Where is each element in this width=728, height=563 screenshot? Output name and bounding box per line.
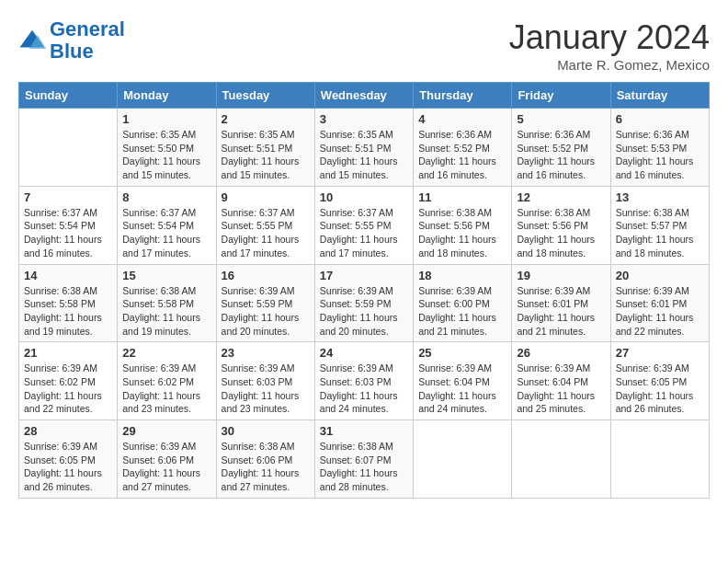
weekday-header-cell: Friday [512, 83, 610, 109]
day-info: Sunrise: 6:39 AM Sunset: 6:02 PM Dayligh… [122, 362, 210, 416]
day-number: 12 [517, 190, 605, 204]
calendar-week-row: 14Sunrise: 6:38 AM Sunset: 5:58 PM Dayli… [19, 264, 710, 342]
calendar-day-cell: 8Sunrise: 6:37 AM Sunset: 5:54 PM Daylig… [118, 186, 216, 264]
day-number: 3 [320, 112, 408, 126]
calendar-day-cell: 23Sunrise: 6:39 AM Sunset: 6:03 PM Dayli… [216, 342, 314, 420]
day-info: Sunrise: 6:35 AM Sunset: 5:51 PM Dayligh… [320, 128, 408, 182]
day-info: Sunrise: 6:38 AM Sunset: 6:06 PM Dayligh… [222, 440, 310, 494]
calendar-day-cell: 10Sunrise: 6:37 AM Sunset: 5:55 PM Dayli… [314, 186, 413, 264]
day-number: 7 [24, 190, 112, 204]
calendar-day-cell: 9Sunrise: 6:37 AM Sunset: 5:55 PM Daylig… [216, 186, 314, 264]
day-number: 22 [122, 346, 210, 360]
calendar-table: SundayMondayTuesdayWednesdayThursdayFrid… [18, 82, 710, 499]
calendar-day-cell: 15Sunrise: 6:38 AM Sunset: 5:58 PM Dayli… [118, 264, 216, 342]
calendar-day-cell: 22Sunrise: 6:39 AM Sunset: 6:02 PM Dayli… [118, 342, 216, 420]
logo-line1: General [50, 17, 125, 40]
day-number: 1 [122, 112, 210, 126]
day-number: 20 [616, 269, 704, 282]
day-info: Sunrise: 6:39 AM Sunset: 6:03 PM Dayligh… [320, 362, 408, 416]
day-info: Sunrise: 6:39 AM Sunset: 6:02 PM Dayligh… [24, 362, 112, 416]
day-number: 26 [517, 346, 605, 360]
calendar-day-cell: 27Sunrise: 6:39 AM Sunset: 6:05 PM Dayli… [610, 342, 709, 420]
day-info: Sunrise: 6:39 AM Sunset: 6:01 PM Dayligh… [517, 284, 605, 339]
day-info: Sunrise: 6:38 AM Sunset: 5:57 PM Dayligh… [616, 206, 704, 260]
day-number: 27 [616, 346, 704, 360]
calendar-day-cell: 21Sunrise: 6:39 AM Sunset: 6:02 PM Dayli… [19, 342, 118, 420]
day-number: 28 [24, 424, 112, 438]
day-number: 31 [320, 424, 408, 438]
calendar-week-row: 21Sunrise: 6:39 AM Sunset: 6:02 PM Dayli… [19, 342, 710, 420]
day-info: Sunrise: 6:36 AM Sunset: 5:52 PM Dayligh… [517, 128, 605, 182]
day-info: Sunrise: 6:38 AM Sunset: 5:58 PM Dayligh… [24, 284, 112, 339]
title-block: January 2024 Marte R. Gomez, Mexico [509, 18, 710, 73]
calendar-day-cell: 16Sunrise: 6:39 AM Sunset: 5:59 PM Dayli… [216, 264, 314, 342]
month-title: January 2024 [509, 18, 710, 57]
calendar-week-row: 7Sunrise: 6:37 AM Sunset: 5:54 PM Daylig… [19, 186, 710, 264]
calendar-day-cell [414, 420, 512, 499]
calendar-week-row: 28Sunrise: 6:39 AM Sunset: 6:05 PM Dayli… [19, 420, 710, 499]
logo: General Blue [18, 18, 125, 63]
calendar-day-cell: 1Sunrise: 6:35 AM Sunset: 5:50 PM Daylig… [118, 109, 216, 187]
day-number: 29 [122, 424, 210, 438]
calendar-day-cell: 6Sunrise: 6:36 AM Sunset: 5:53 PM Daylig… [610, 109, 709, 187]
day-number: 9 [222, 190, 310, 204]
weekday-header-cell: Thursday [414, 83, 512, 109]
calendar-day-cell: 5Sunrise: 6:36 AM Sunset: 5:52 PM Daylig… [512, 109, 610, 187]
calendar-day-cell [512, 420, 610, 499]
location: Marte R. Gomez, Mexico [509, 57, 710, 73]
calendar-day-cell: 3Sunrise: 6:35 AM Sunset: 5:51 PM Daylig… [314, 109, 413, 187]
day-info: Sunrise: 6:39 AM Sunset: 5:59 PM Dayligh… [320, 284, 408, 339]
calendar-day-cell [19, 109, 118, 187]
day-info: Sunrise: 6:35 AM Sunset: 5:50 PM Dayligh… [122, 128, 210, 182]
day-number: 8 [122, 190, 210, 204]
page-header: General Blue January 2024 Marte R. Gomez… [18, 18, 710, 73]
calendar-day-cell: 25Sunrise: 6:39 AM Sunset: 6:04 PM Dayli… [414, 342, 512, 420]
day-info: Sunrise: 6:38 AM Sunset: 5:58 PM Dayligh… [122, 284, 210, 339]
day-number: 10 [320, 190, 408, 204]
weekday-header-cell: Wednesday [314, 83, 413, 109]
day-info: Sunrise: 6:35 AM Sunset: 5:51 PM Dayligh… [222, 128, 310, 182]
calendar-day-cell: 20Sunrise: 6:39 AM Sunset: 6:01 PM Dayli… [610, 264, 709, 342]
logo-icon [18, 27, 46, 54]
day-number: 13 [616, 190, 704, 204]
weekday-header-row: SundayMondayTuesdayWednesdayThursdayFrid… [19, 83, 710, 109]
day-number: 11 [418, 190, 506, 204]
day-info: Sunrise: 6:37 AM Sunset: 5:55 PM Dayligh… [222, 206, 310, 260]
day-number: 4 [418, 112, 506, 126]
calendar-day-cell [610, 420, 709, 499]
calendar-day-cell: 30Sunrise: 6:38 AM Sunset: 6:06 PM Dayli… [216, 420, 314, 499]
calendar-day-cell: 12Sunrise: 6:38 AM Sunset: 5:56 PM Dayli… [512, 186, 610, 264]
day-info: Sunrise: 6:39 AM Sunset: 6:06 PM Dayligh… [122, 440, 210, 494]
calendar-day-cell: 17Sunrise: 6:39 AM Sunset: 5:59 PM Dayli… [314, 264, 413, 342]
day-info: Sunrise: 6:37 AM Sunset: 5:54 PM Dayligh… [122, 206, 210, 260]
day-info: Sunrise: 6:39 AM Sunset: 6:00 PM Dayligh… [418, 284, 506, 339]
day-info: Sunrise: 6:37 AM Sunset: 5:55 PM Dayligh… [320, 206, 408, 260]
calendar-day-cell: 4Sunrise: 6:36 AM Sunset: 5:52 PM Daylig… [414, 109, 512, 187]
weekday-header-cell: Tuesday [216, 83, 314, 109]
calendar-day-cell: 14Sunrise: 6:38 AM Sunset: 5:58 PM Dayli… [19, 264, 118, 342]
calendar-day-cell: 18Sunrise: 6:39 AM Sunset: 6:00 PM Dayli… [414, 264, 512, 342]
day-info: Sunrise: 6:38 AM Sunset: 5:56 PM Dayligh… [517, 206, 605, 260]
calendar-day-cell: 29Sunrise: 6:39 AM Sunset: 6:06 PM Dayli… [118, 420, 216, 499]
day-number: 21 [24, 346, 112, 360]
day-number: 30 [222, 424, 310, 438]
day-number: 6 [616, 112, 704, 126]
weekday-header-cell: Monday [118, 83, 216, 109]
calendar-day-cell: 11Sunrise: 6:38 AM Sunset: 5:56 PM Dayli… [414, 186, 512, 264]
day-number: 15 [122, 269, 210, 282]
day-number: 24 [320, 346, 408, 360]
day-number: 14 [24, 269, 112, 282]
day-number: 25 [418, 346, 506, 360]
day-info: Sunrise: 6:38 AM Sunset: 5:56 PM Dayligh… [418, 206, 506, 260]
day-info: Sunrise: 6:39 AM Sunset: 5:59 PM Dayligh… [222, 284, 310, 339]
day-info: Sunrise: 6:39 AM Sunset: 6:03 PM Dayligh… [222, 362, 310, 416]
day-number: 5 [517, 112, 605, 126]
day-info: Sunrise: 6:36 AM Sunset: 5:52 PM Dayligh… [418, 128, 506, 182]
logo-text: General Blue [50, 18, 125, 63]
day-info: Sunrise: 6:38 AM Sunset: 6:07 PM Dayligh… [320, 440, 408, 494]
day-number: 19 [517, 269, 605, 282]
calendar-day-cell: 13Sunrise: 6:38 AM Sunset: 5:57 PM Dayli… [610, 186, 709, 264]
calendar-day-cell: 26Sunrise: 6:39 AM Sunset: 6:04 PM Dayli… [512, 342, 610, 420]
weekday-header-cell: Sunday [19, 83, 118, 109]
logo-line2: Blue [50, 40, 94, 63]
